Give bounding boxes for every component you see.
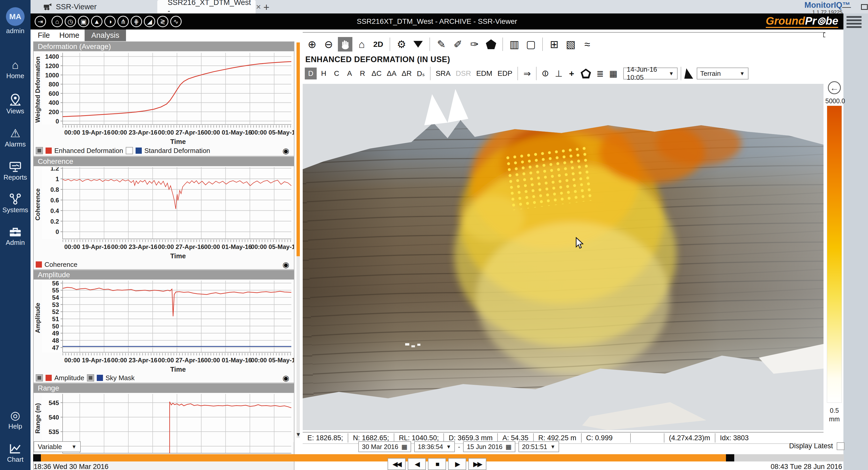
menu-file[interactable]: File xyxy=(34,30,54,41)
crosshair-icon[interactable]: + xyxy=(565,67,578,80)
line-chart-icon xyxy=(9,443,22,454)
mode-da-button[interactable]: ΔA xyxy=(385,67,398,80)
mouse-icon[interactable]: ⊖ xyxy=(540,67,552,80)
sidebar-item-admin[interactable]: Admin xyxy=(0,227,31,247)
stop-button[interactable]: ■ xyxy=(428,458,446,470)
range-start-time[interactable]: 18:36:54 ▼ xyxy=(414,441,455,452)
range-end-date[interactable]: 15 Jun 2016 ▦ xyxy=(463,441,515,452)
range-separator: - xyxy=(458,443,460,450)
timeline-start-handle[interactable] xyxy=(33,454,41,462)
series-checkbox[interactable] xyxy=(36,147,43,154)
menu-analysis[interactable]: Analysis xyxy=(85,30,126,41)
scroll-down-icon[interactable]: ▼ xyxy=(296,431,301,438)
polygon-icon[interactable] xyxy=(484,37,498,52)
mode-r-button[interactable]: R xyxy=(356,67,368,80)
range-start-date[interactable]: 30 Mar 2016 ▦ xyxy=(358,441,411,452)
chart-title: Deformation (Average) xyxy=(34,42,294,51)
toolbar-separator xyxy=(502,37,503,51)
menu-icon[interactable] xyxy=(846,16,862,30)
scrollbar-thumb[interactable] xyxy=(297,42,300,256)
maximize-button[interactable] xyxy=(861,4,868,10)
zoom-out-icon[interactable]: ⊖ xyxy=(321,37,336,52)
collapse-arrow-icon[interactable]: ← xyxy=(828,81,841,94)
series-mode-dropdown[interactable]: Variable ▼ xyxy=(34,441,81,452)
toggle-2d-button[interactable]: 2D xyxy=(371,37,385,52)
zoom-in-icon[interactable]: ⊕ xyxy=(305,37,319,52)
app-sidebar: MA admin ⌂ Home Views ⚠ Alarms Reports S… xyxy=(0,0,31,470)
ruler-icon[interactable]: ▥ xyxy=(507,37,522,52)
mode-h-button[interactable]: H xyxy=(318,67,330,80)
scan-date-dropdown[interactable]: 14-Jun-16 10:05 ▼ xyxy=(623,67,678,80)
visibility-icon[interactable]: ◉ xyxy=(282,260,289,269)
panel-scrollbar[interactable]: ▼ xyxy=(297,42,300,438)
tab-ssr-viewer[interactable]: SSR-Viewer xyxy=(36,0,103,13)
filter-icon[interactable] xyxy=(411,37,425,52)
mode-edp-button[interactable]: EDP xyxy=(495,67,515,80)
document-icon[interactable]: ▢ xyxy=(524,37,538,52)
avatar[interactable]: MA xyxy=(6,7,25,26)
username: admin xyxy=(0,27,31,35)
plot-area[interactable]: 47484950515253545556 xyxy=(42,281,293,353)
mode-sra-button[interactable]: SRA xyxy=(434,67,453,80)
range-end-time[interactable]: 20:51:51 ▼ xyxy=(519,441,559,452)
brush-icon[interactable]: ✑ xyxy=(467,37,482,52)
menu-home[interactable]: Home xyxy=(55,30,83,41)
session-title: SSR216XT_DTM_West - ARCHIVE - SSR-Viewer xyxy=(31,17,843,26)
sidebar-item-chart[interactable]: Chart xyxy=(0,443,31,464)
mode-dc-button[interactable]: ΔC xyxy=(369,67,384,80)
sidebar-item-systems[interactable]: Systems xyxy=(0,194,31,214)
visibility-icon[interactable]: ◉ xyxy=(282,146,289,155)
selection-dot-grid xyxy=(504,145,595,211)
image-icon[interactable]: ▦ xyxy=(607,67,619,80)
table-icon[interactable]: ⊞ xyxy=(547,37,561,52)
mode-c-button[interactable]: C xyxy=(331,67,343,80)
pan-hand-icon[interactable] xyxy=(338,37,352,52)
new-tab-button[interactable]: + xyxy=(264,2,269,13)
timeline-selected-range[interactable] xyxy=(41,454,726,462)
data-mode-toolbar: D H C A R ΔC ΔA ΔR Dₛ SRA DSR EDM EDP ⇒ … xyxy=(305,67,748,80)
axes-icon[interactable]: ⊥ xyxy=(553,67,564,80)
series-checkbox[interactable] xyxy=(87,374,94,381)
terrain-3d-view[interactable] xyxy=(303,84,824,430)
sidebar-item-views[interactable]: Views xyxy=(0,94,31,115)
trend-chart-icon[interactable]: ≈ xyxy=(580,37,594,52)
sliders-icon[interactable]: ≣ xyxy=(594,67,606,80)
mode-d-button[interactable]: D xyxy=(305,67,317,80)
x-axis-tick-labels: 00:00 19-Apr-16 00:00 23-Apr-16 00:00 27… xyxy=(42,357,293,364)
minimize-button[interactable]: — xyxy=(840,2,853,12)
sidebar-item-reports[interactable]: Reports xyxy=(0,161,31,181)
display-latest-checkbox[interactable] xyxy=(837,442,844,450)
sidebar-item-help[interactable]: ◎ Help xyxy=(0,409,31,431)
export-icon[interactable]: ⇒ xyxy=(521,67,533,80)
plot-area[interactable]: 00.20.40.60.811.2 xyxy=(42,167,293,239)
timeline-position-handle[interactable] xyxy=(726,454,734,462)
home-view-icon[interactable]: ⌂ xyxy=(354,37,369,52)
sidebar-item-home[interactable]: ⌂ Home xyxy=(0,59,31,80)
mode-edm-button[interactable]: EDM xyxy=(474,67,494,80)
tab-close-icon[interactable]: × xyxy=(256,2,261,12)
fast-forward-button[interactable]: ▶▶ xyxy=(468,458,486,470)
pencil-icon[interactable]: ✐ xyxy=(451,37,465,52)
x-axis-minor-ticks xyxy=(63,240,292,242)
tab-ssr216-xt-dtm-west[interactable]: SSR216_XT_DTM_West - × xyxy=(157,0,256,13)
settings-gear-icon[interactable]: ⚙ xyxy=(394,37,409,52)
surface-dropdown[interactable]: Terrain ▼ xyxy=(697,67,748,80)
chevron-down-icon: ▼ xyxy=(446,444,451,450)
plot-area[interactable]: 0200400600800100012001400 xyxy=(42,53,293,125)
edit-note-icon[interactable]: ✎ xyxy=(434,37,448,52)
series-checkbox[interactable] xyxy=(126,147,133,154)
rewind-button[interactable]: ◀◀ xyxy=(388,458,406,470)
mode-a-button[interactable]: A xyxy=(344,67,355,80)
sidebar-item-alarms[interactable]: ⚠ Alarms xyxy=(0,127,31,148)
report-add-icon[interactable]: ▧ xyxy=(563,37,578,52)
step-back-button[interactable]: ◀ xyxy=(408,458,426,470)
mode-dsr-button[interactable]: DSR xyxy=(454,67,473,80)
mode-dr-button[interactable]: ΔR xyxy=(399,67,414,80)
polygon-outline-icon[interactable] xyxy=(579,67,593,80)
visibility-icon[interactable]: ◉ xyxy=(282,374,289,383)
series-checkbox[interactable] xyxy=(36,374,43,381)
mode-ds-button[interactable]: Dₛ xyxy=(415,67,427,80)
x-axis-label: Time xyxy=(62,138,294,146)
svg-text:1200: 1200 xyxy=(45,62,59,69)
play-button[interactable]: ▶ xyxy=(448,458,466,470)
